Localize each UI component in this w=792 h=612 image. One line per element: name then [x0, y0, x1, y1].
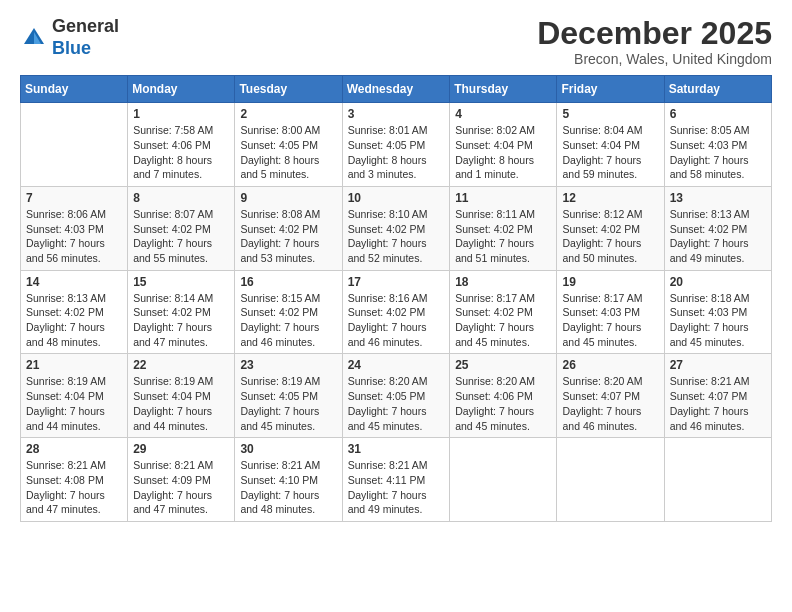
location: Brecon, Wales, United Kingdom: [537, 51, 772, 67]
day-info: Sunrise: 8:08 AM Sunset: 4:02 PM Dayligh…: [240, 207, 336, 266]
calendar-cell: 21Sunrise: 8:19 AM Sunset: 4:04 PM Dayli…: [21, 354, 128, 438]
day-number: 31: [348, 442, 445, 456]
day-info: Sunrise: 8:19 AM Sunset: 4:05 PM Dayligh…: [240, 374, 336, 433]
day-number: 21: [26, 358, 122, 372]
calendar-cell: 11Sunrise: 8:11 AM Sunset: 4:02 PM Dayli…: [450, 186, 557, 270]
calendar-cell: 1Sunrise: 7:58 AM Sunset: 4:06 PM Daylig…: [128, 103, 235, 187]
day-number: 28: [26, 442, 122, 456]
calendar-cell: 7Sunrise: 8:06 AM Sunset: 4:03 PM Daylig…: [21, 186, 128, 270]
day-number: 30: [240, 442, 336, 456]
day-info: Sunrise: 8:12 AM Sunset: 4:02 PM Dayligh…: [562, 207, 658, 266]
calendar-cell: 23Sunrise: 8:19 AM Sunset: 4:05 PM Dayli…: [235, 354, 342, 438]
page-header: General Blue December 2025 Brecon, Wales…: [20, 16, 772, 67]
calendar-cell: 6Sunrise: 8:05 AM Sunset: 4:03 PM Daylig…: [664, 103, 771, 187]
day-number: 9: [240, 191, 336, 205]
day-info: Sunrise: 8:15 AM Sunset: 4:02 PM Dayligh…: [240, 291, 336, 350]
day-number: 2: [240, 107, 336, 121]
calendar-cell: 10Sunrise: 8:10 AM Sunset: 4:02 PM Dayli…: [342, 186, 450, 270]
day-number: 26: [562, 358, 658, 372]
col-header-friday: Friday: [557, 76, 664, 103]
day-info: Sunrise: 7:58 AM Sunset: 4:06 PM Dayligh…: [133, 123, 229, 182]
day-number: 16: [240, 275, 336, 289]
calendar-cell: 9Sunrise: 8:08 AM Sunset: 4:02 PM Daylig…: [235, 186, 342, 270]
calendar-cell: 20Sunrise: 8:18 AM Sunset: 4:03 PM Dayli…: [664, 270, 771, 354]
calendar-cell: 16Sunrise: 8:15 AM Sunset: 4:02 PM Dayli…: [235, 270, 342, 354]
calendar-cell: 26Sunrise: 8:20 AM Sunset: 4:07 PM Dayli…: [557, 354, 664, 438]
day-number: 4: [455, 107, 551, 121]
logo: General Blue: [20, 16, 119, 59]
calendar-week-4: 21Sunrise: 8:19 AM Sunset: 4:04 PM Dayli…: [21, 354, 772, 438]
calendar-cell: 25Sunrise: 8:20 AM Sunset: 4:06 PM Dayli…: [450, 354, 557, 438]
day-info: Sunrise: 8:20 AM Sunset: 4:06 PM Dayligh…: [455, 374, 551, 433]
day-info: Sunrise: 8:11 AM Sunset: 4:02 PM Dayligh…: [455, 207, 551, 266]
calendar-cell: 30Sunrise: 8:21 AM Sunset: 4:10 PM Dayli…: [235, 438, 342, 522]
day-info: Sunrise: 8:05 AM Sunset: 4:03 PM Dayligh…: [670, 123, 766, 182]
day-number: 19: [562, 275, 658, 289]
day-number: 23: [240, 358, 336, 372]
day-info: Sunrise: 8:01 AM Sunset: 4:05 PM Dayligh…: [348, 123, 445, 182]
calendar-cell: [21, 103, 128, 187]
calendar-week-5: 28Sunrise: 8:21 AM Sunset: 4:08 PM Dayli…: [21, 438, 772, 522]
calendar-cell: 8Sunrise: 8:07 AM Sunset: 4:02 PM Daylig…: [128, 186, 235, 270]
day-number: 14: [26, 275, 122, 289]
day-number: 20: [670, 275, 766, 289]
calendar-week-3: 14Sunrise: 8:13 AM Sunset: 4:02 PM Dayli…: [21, 270, 772, 354]
calendar-cell: 19Sunrise: 8:17 AM Sunset: 4:03 PM Dayli…: [557, 270, 664, 354]
day-number: 13: [670, 191, 766, 205]
day-info: Sunrise: 8:21 AM Sunset: 4:11 PM Dayligh…: [348, 458, 445, 517]
day-info: Sunrise: 8:21 AM Sunset: 4:08 PM Dayligh…: [26, 458, 122, 517]
calendar-cell: 29Sunrise: 8:21 AM Sunset: 4:09 PM Dayli…: [128, 438, 235, 522]
calendar-cell: 28Sunrise: 8:21 AM Sunset: 4:08 PM Dayli…: [21, 438, 128, 522]
day-number: 18: [455, 275, 551, 289]
col-header-tuesday: Tuesday: [235, 76, 342, 103]
calendar-cell: 18Sunrise: 8:17 AM Sunset: 4:02 PM Dayli…: [450, 270, 557, 354]
calendar-cell: 22Sunrise: 8:19 AM Sunset: 4:04 PM Dayli…: [128, 354, 235, 438]
calendar-cell: 13Sunrise: 8:13 AM Sunset: 4:02 PM Dayli…: [664, 186, 771, 270]
calendar-cell: 12Sunrise: 8:12 AM Sunset: 4:02 PM Dayli…: [557, 186, 664, 270]
day-number: 27: [670, 358, 766, 372]
day-number: 11: [455, 191, 551, 205]
calendar-cell: [450, 438, 557, 522]
day-number: 1: [133, 107, 229, 121]
col-header-thursday: Thursday: [450, 76, 557, 103]
calendar-cell: [664, 438, 771, 522]
day-number: 24: [348, 358, 445, 372]
day-number: 22: [133, 358, 229, 372]
calendar-cell: 2Sunrise: 8:00 AM Sunset: 4:05 PM Daylig…: [235, 103, 342, 187]
day-number: 29: [133, 442, 229, 456]
logo-general-text: General: [52, 16, 119, 36]
logo-icon: [20, 24, 48, 52]
day-info: Sunrise: 8:17 AM Sunset: 4:03 PM Dayligh…: [562, 291, 658, 350]
day-info: Sunrise: 8:21 AM Sunset: 4:10 PM Dayligh…: [240, 458, 336, 517]
day-info: Sunrise: 8:20 AM Sunset: 4:07 PM Dayligh…: [562, 374, 658, 433]
day-info: Sunrise: 8:07 AM Sunset: 4:02 PM Dayligh…: [133, 207, 229, 266]
day-number: 3: [348, 107, 445, 121]
calendar-cell: 15Sunrise: 8:14 AM Sunset: 4:02 PM Dayli…: [128, 270, 235, 354]
calendar-header-row: SundayMondayTuesdayWednesdayThursdayFrid…: [21, 76, 772, 103]
day-number: 5: [562, 107, 658, 121]
day-info: Sunrise: 8:06 AM Sunset: 4:03 PM Dayligh…: [26, 207, 122, 266]
calendar-cell: 5Sunrise: 8:04 AM Sunset: 4:04 PM Daylig…: [557, 103, 664, 187]
logo-blue-text: Blue: [52, 38, 91, 58]
calendar-cell: 24Sunrise: 8:20 AM Sunset: 4:05 PM Dayli…: [342, 354, 450, 438]
day-number: 6: [670, 107, 766, 121]
month-title: December 2025: [537, 16, 772, 51]
calendar-cell: 17Sunrise: 8:16 AM Sunset: 4:02 PM Dayli…: [342, 270, 450, 354]
day-info: Sunrise: 8:18 AM Sunset: 4:03 PM Dayligh…: [670, 291, 766, 350]
day-number: 17: [348, 275, 445, 289]
day-number: 8: [133, 191, 229, 205]
calendar-cell: 14Sunrise: 8:13 AM Sunset: 4:02 PM Dayli…: [21, 270, 128, 354]
col-header-monday: Monday: [128, 76, 235, 103]
day-info: Sunrise: 8:10 AM Sunset: 4:02 PM Dayligh…: [348, 207, 445, 266]
day-number: 7: [26, 191, 122, 205]
day-info: Sunrise: 8:02 AM Sunset: 4:04 PM Dayligh…: [455, 123, 551, 182]
col-header-sunday: Sunday: [21, 76, 128, 103]
day-number: 12: [562, 191, 658, 205]
title-block: December 2025 Brecon, Wales, United King…: [537, 16, 772, 67]
day-info: Sunrise: 8:19 AM Sunset: 4:04 PM Dayligh…: [26, 374, 122, 433]
calendar-cell: 3Sunrise: 8:01 AM Sunset: 4:05 PM Daylig…: [342, 103, 450, 187]
day-info: Sunrise: 8:04 AM Sunset: 4:04 PM Dayligh…: [562, 123, 658, 182]
day-info: Sunrise: 8:19 AM Sunset: 4:04 PM Dayligh…: [133, 374, 229, 433]
day-number: 25: [455, 358, 551, 372]
day-info: Sunrise: 8:21 AM Sunset: 4:09 PM Dayligh…: [133, 458, 229, 517]
